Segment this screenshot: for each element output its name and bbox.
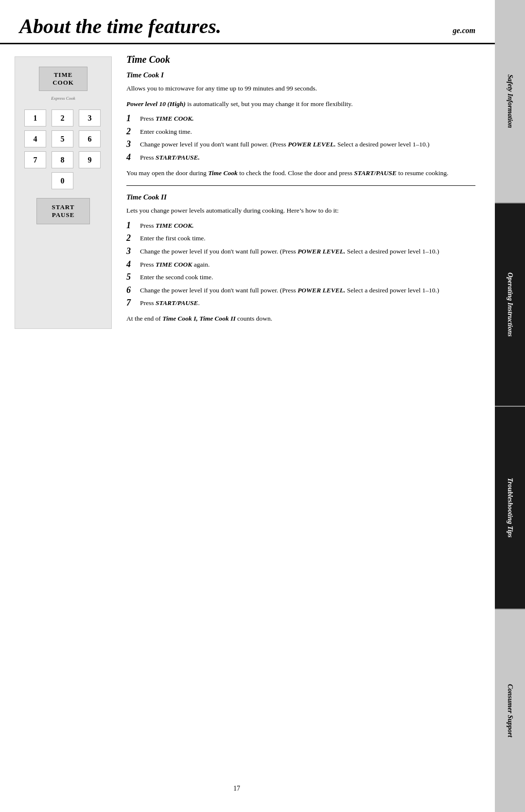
step-text-ii-4: Press TIME COOK again. — [140, 260, 210, 270]
page-wrapper: About the time features. ge.com Time Coo… — [0, 0, 525, 812]
key-1[interactable]: 1 — [24, 109, 46, 126]
start-pause-button[interactable]: Start Pause — [36, 198, 90, 224]
time-cook-ii-steps: 1 Press TIME COOK. 2 Enter the first coo… — [126, 221, 475, 308]
content-area: Time Cook Express Cook 1 2 3 4 5 6 7 8 9… — [0, 44, 495, 339]
step-text-2: Enter cooking time. — [140, 127, 192, 137]
step-num-3: 3 — [126, 139, 137, 150]
sidebar-safety-label: Safety Information — [506, 74, 514, 128]
step-item: 1 Press TIME COOK. — [126, 114, 475, 124]
sidebar-troubleshooting: Troubleshooting Tips — [495, 407, 525, 610]
time-cook-i-title: Time Cook I — [126, 71, 475, 79]
page-title: About the time features. — [19, 15, 221, 38]
step-text-ii-1: Press TIME COOK. — [140, 221, 194, 231]
right-sidebar: Safety Information Operating Instruction… — [495, 0, 525, 812]
step-num-ii-2: 2 — [126, 233, 137, 244]
time-cook-i-note: You may open the door during Time Cook t… — [126, 168, 475, 179]
key-9[interactable]: 9 — [79, 151, 101, 168]
key-2[interactable]: 2 — [52, 109, 73, 126]
step-num-ii-3: 3 — [126, 246, 137, 257]
step-num-ii-5: 5 — [126, 272, 137, 283]
step-num-ii-1: 1 — [126, 220, 137, 231]
step-item: 3 Change power level if you don't want f… — [126, 140, 475, 150]
section-title: Time Cook — [126, 54, 475, 65]
key-5[interactable]: 5 — [52, 130, 73, 147]
key-3[interactable]: 3 — [79, 109, 101, 126]
step-item: 6 Change the power level if you don't wa… — [126, 286, 475, 296]
power-level-note: Power level 10 (High) is automatically s… — [126, 99, 475, 109]
step-item: 4 Press START/PAUSE. — [126, 153, 475, 163]
pause-label: Pause — [47, 211, 80, 219]
time-cook-i-intro: Allows you to microwave for any time up … — [126, 83, 475, 94]
divider — [126, 185, 475, 186]
power-level-bold: Power level 10 (High) — [126, 100, 186, 108]
key-8[interactable]: 8 — [52, 151, 73, 168]
text-content: Time Cook Time Cook I Allows you to micr… — [126, 54, 475, 329]
step-num-ii-6: 6 — [126, 285, 137, 296]
step-text-1: Press TIME COOK. — [140, 114, 194, 124]
step-text-ii-2: Enter the first cook time. — [140, 234, 206, 243]
sidebar-consumer: Consumer Support — [495, 610, 525, 812]
time-cook-line1: Time — [49, 71, 77, 79]
step-num-ii-7: 7 — [126, 298, 137, 308]
keypad-panel: Time Cook Express Cook 1 2 3 4 5 6 7 8 9… — [15, 56, 112, 329]
step-text-ii-5: Enter the second cook time. — [140, 272, 213, 282]
sidebar-consumer-label: Consumer Support — [506, 684, 514, 737]
step-text-ii-7: Press START/PAUSE. — [140, 298, 200, 308]
step-item: 2 Enter cooking time. — [126, 127, 475, 137]
time-cook-i-steps: 1 Press TIME COOK. 2 Enter cooking time.… — [126, 114, 475, 162]
step-item: 1 Press TIME COOK. — [126, 221, 475, 231]
step-num-4: 4 — [126, 152, 137, 163]
step-text-4: Press START/PAUSE. — [140, 153, 200, 162]
page-header: About the time features. ge.com — [0, 0, 495, 44]
key-0[interactable]: 0 — [52, 172, 73, 189]
sidebar-operating-label: Operating Instructions — [506, 272, 514, 337]
sidebar-operating: Operating Instructions — [495, 203, 525, 407]
express-cook-label: Express Cook — [51, 96, 75, 101]
main-content: About the time features. ge.com Time Coo… — [0, 0, 495, 812]
time-cook-button[interactable]: Time Cook — [39, 67, 88, 91]
step-item: 4 Press TIME COOK again. — [126, 260, 475, 270]
step-text-ii-3: Change the power level if you don't want… — [140, 247, 439, 256]
step-item: 7 Press START/PAUSE. — [126, 298, 475, 308]
time-cook-line2: Cook — [49, 79, 77, 87]
step-num-ii-4: 4 — [126, 259, 137, 270]
website-url: ge.com — [453, 26, 475, 35]
key-4[interactable]: 4 — [24, 130, 46, 147]
time-cook-ii-title: Time Cook II — [126, 193, 475, 201]
time-cook-footer-note: At the end of Time Cook I, Time Cook II … — [126, 313, 475, 324]
step-item: 3 Change the power level if you don't wa… — [126, 247, 475, 257]
key-7[interactable]: 7 — [24, 151, 46, 168]
step-text-ii-6: Change the power level if you don't want… — [140, 286, 439, 295]
sidebar-safety: Safety Information — [495, 0, 525, 203]
key-6[interactable]: 6 — [79, 130, 101, 147]
keypad-grid: 1 2 3 4 5 6 7 8 9 0 — [24, 109, 102, 189]
page-number: 17 — [233, 780, 240, 802]
step-text-3: Change power level if you don't want ful… — [140, 140, 430, 149]
start-label: Start — [47, 203, 80, 211]
step-num-2: 2 — [126, 126, 137, 137]
step-item: 5 Enter the second cook time. — [126, 272, 475, 283]
sidebar-troubleshooting-label: Troubleshooting Tips — [506, 478, 514, 538]
step-item: 2 Enter the first cook time. — [126, 234, 475, 244]
step-num-1: 1 — [126, 113, 137, 124]
time-cook-ii-intro: Lets you change power levels automatical… — [126, 205, 475, 216]
